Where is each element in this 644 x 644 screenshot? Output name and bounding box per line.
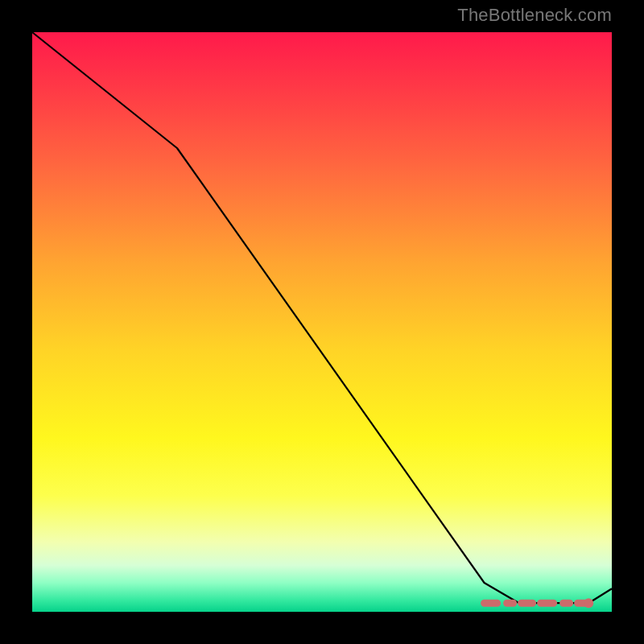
attribution-label: TheBottleneck.com — [457, 5, 612, 26]
plot-area — [32, 32, 612, 612]
optimal-point-marker — [584, 598, 593, 608]
bottleneck-curve — [32, 32, 612, 603]
plot-svg — [32, 32, 612, 612]
chart-frame: TheBottleneck.com — [0, 0, 644, 644]
